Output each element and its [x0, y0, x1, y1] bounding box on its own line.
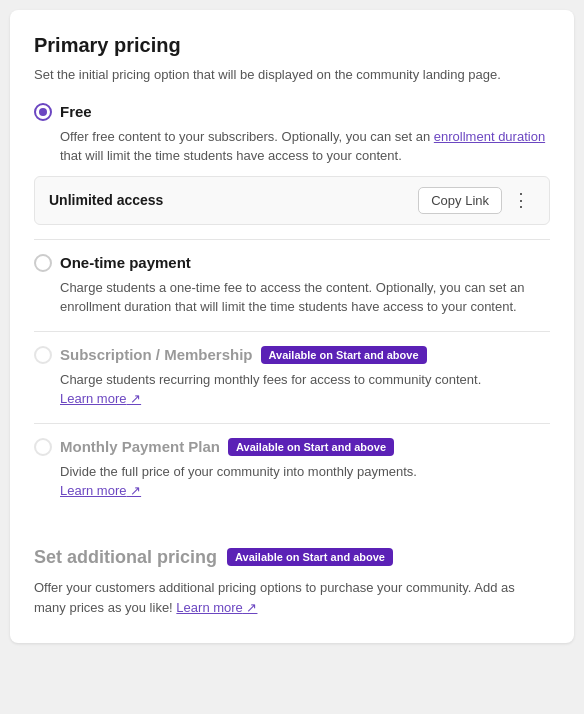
additional-pricing-badge: Available on Start and above — [227, 548, 393, 566]
radio-free[interactable] — [34, 103, 52, 121]
subscription-badge: Available on Start and above — [261, 346, 427, 364]
additional-pricing-desc: Offer your customers additional pricing … — [34, 578, 550, 620]
unlimited-label: Unlimited access — [49, 192, 163, 208]
subscription-learn-more[interactable]: Learn more — [60, 391, 141, 406]
option-monthly-header: Monthly Payment Plan Available on Start … — [34, 438, 550, 456]
subscription-learn-more-wrapper: Learn more — [60, 389, 550, 409]
additional-pricing-header: Set additional pricing Available on Star… — [34, 547, 550, 568]
option-subscription-desc: Charge students recurring monthly fees f… — [60, 370, 550, 390]
option-subscription-header: Subscription / Membership Available on S… — [34, 346, 550, 364]
page-description: Set the initial pricing option that will… — [34, 65, 550, 85]
option-monthly: Monthly Payment Plan Available on Start … — [34, 423, 550, 515]
additional-pricing-desc-text: Offer your customers additional pricing … — [34, 580, 515, 616]
additional-pricing-section: Set additional pricing Available on Star… — [34, 539, 550, 620]
option-one-time: One-time payment Charge students a one-t… — [34, 239, 550, 331]
option-free-label: Free — [60, 103, 92, 120]
enrollment-link[interactable]: enrollment duration — [434, 129, 545, 144]
option-one-time-header: One-time payment — [34, 254, 550, 272]
option-free-header: Free — [34, 103, 550, 121]
option-monthly-label: Monthly Payment Plan — [60, 438, 220, 455]
more-options-button[interactable]: ⋮ — [508, 187, 535, 213]
option-free-desc: Offer free content to your subscribers. … — [60, 127, 550, 166]
option-subscription-label: Subscription / Membership — [60, 346, 253, 363]
page-title: Primary pricing — [34, 34, 550, 57]
radio-one-time[interactable] — [34, 254, 52, 272]
unlimited-access-box: Unlimited access Copy Link ⋮ — [34, 176, 550, 225]
radio-monthly[interactable] — [34, 438, 52, 456]
monthly-learn-more-wrapper: Learn more — [60, 481, 550, 501]
option-free: Free Offer free content to your subscrib… — [34, 103, 550, 239]
primary-pricing-card: Primary pricing Set the initial pricing … — [10, 10, 574, 643]
option-subscription: Subscription / Membership Available on S… — [34, 331, 550, 423]
copy-link-button[interactable]: Copy Link — [418, 187, 502, 214]
option-one-time-desc: Charge students a one-time fee to access… — [60, 278, 550, 317]
additional-learn-more[interactable]: Learn more — [176, 600, 257, 615]
radio-subscription[interactable] — [34, 346, 52, 364]
option-monthly-desc: Divide the full price of your community … — [60, 462, 550, 482]
option-one-time-label: One-time payment — [60, 254, 191, 271]
monthly-badge: Available on Start and above — [228, 438, 394, 456]
monthly-learn-more[interactable]: Learn more — [60, 483, 141, 498]
additional-pricing-title: Set additional pricing — [34, 547, 217, 568]
unlimited-actions: Copy Link ⋮ — [418, 187, 535, 214]
